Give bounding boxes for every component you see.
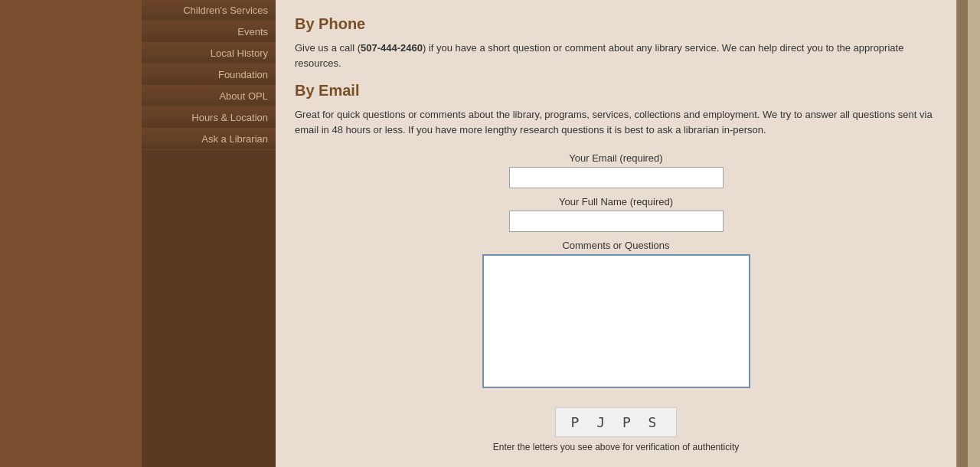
sidebar-item-ask-librarian[interactable]: Ask a Librarian <box>142 129 276 150</box>
sidebar-item-about-opl[interactable]: About OPL <box>142 86 276 107</box>
captcha-container: P J P S Enter the letters you see above … <box>493 407 740 452</box>
sidebar-item-local-history[interactable]: Local History <box>142 43 276 64</box>
email-label: Your Email (required) <box>569 152 662 164</box>
comments-label: Comments or Questions <box>562 240 669 251</box>
sidebar-item-childrens-services[interactable]: Children's Services <box>142 0 276 21</box>
right-border <box>956 0 968 467</box>
captcha-image: P J P S <box>555 407 678 437</box>
contact-form: Your Email (required) Your Full Name (re… <box>295 152 937 452</box>
left-background <box>0 0 142 467</box>
by-email-text: Great for quick questions or comments ab… <box>295 107 937 137</box>
by-phone-title: By Phone <box>295 15 937 33</box>
email-form-group: Your Email (required) <box>295 152 937 188</box>
sidebar-item-events[interactable]: Events <box>142 21 276 43</box>
phone-number: 507-444-2460 <box>361 42 423 54</box>
email-input[interactable] <box>509 167 724 188</box>
scrollbar[interactable] <box>968 0 980 467</box>
sidebar-item-hours-location[interactable]: Hours & Location <box>142 107 276 129</box>
comments-textarea[interactable] <box>482 254 750 388</box>
captcha-instruction: Enter the letters you see above for veri… <box>493 442 740 452</box>
sidebar-item-foundation[interactable]: Foundation <box>142 64 276 86</box>
name-form-group: Your Full Name (required) <box>295 196 937 232</box>
by-email-title: By Email <box>295 82 937 100</box>
main-content: By Phone Give us a call (507-444-2460) i… <box>276 0 956 467</box>
full-name-input[interactable] <box>509 211 724 232</box>
name-label: Your Full Name (required) <box>559 196 673 207</box>
by-phone-text: Give us a call (507-444-2460) if you hav… <box>295 41 937 70</box>
comments-form-group: Comments or Questions <box>295 240 937 388</box>
sidebar: Children's Services Events Local History… <box>142 0 276 467</box>
